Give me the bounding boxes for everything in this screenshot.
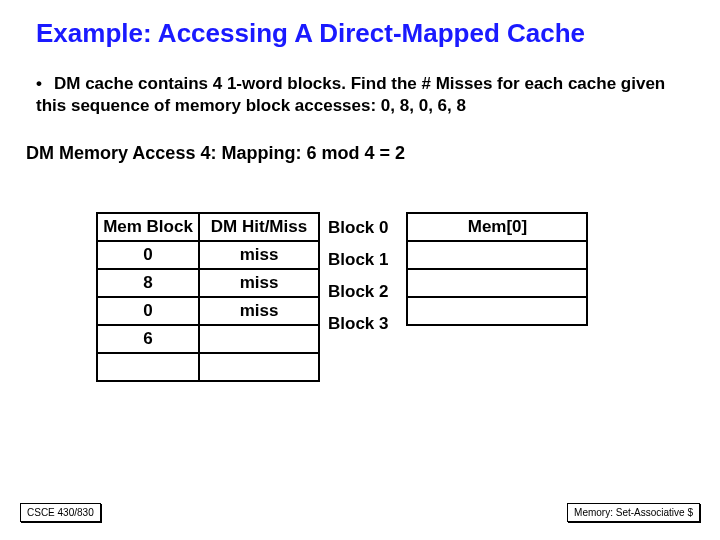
cell: miss: [199, 297, 319, 325]
cell: miss: [199, 241, 319, 269]
cell: 8: [97, 269, 199, 297]
access-table: Mem Block DM Hit/Miss 0 miss 8 miss 0 mi…: [96, 212, 320, 382]
footer: CSCE 430/830 Memory: Set-Associative $: [0, 503, 720, 522]
cell: 0: [97, 241, 199, 269]
col-header-hitmiss: DM Hit/Miss: [199, 213, 319, 241]
footer-right: Memory: Set-Associative $: [567, 503, 700, 522]
bullet-line: •DM cache contains 4 1-word blocks. Find…: [0, 49, 720, 117]
cell: 6: [97, 325, 199, 353]
tables-row: Mem Block DM Hit/Miss 0 miss 8 miss 0 mi…: [0, 164, 720, 382]
cell: [97, 353, 199, 381]
table-row: 6: [97, 325, 319, 353]
block-label: Block 3: [328, 308, 388, 340]
cell: [199, 325, 319, 353]
cache-table: Mem[0]: [406, 212, 588, 326]
block-label: Block 1: [328, 244, 388, 276]
mapping-line: DM Memory Access 4: Mapping: 6 mod 4 = 2: [0, 117, 720, 164]
cache-cell: [407, 241, 587, 269]
table-row: 8 miss: [97, 269, 319, 297]
cell: [199, 353, 319, 381]
cache-cell: Mem[0]: [407, 213, 587, 241]
col-header-memblock: Mem Block: [97, 213, 199, 241]
table-row: 0 miss: [97, 297, 319, 325]
cell: miss: [199, 269, 319, 297]
cell: 0: [97, 297, 199, 325]
table-row: [97, 353, 319, 381]
bullet-text: DM cache contains 4 1-word blocks. Find …: [36, 74, 665, 115]
cache-cell: [407, 297, 587, 325]
footer-left: CSCE 430/830: [20, 503, 101, 522]
block-label: Block 2: [328, 276, 388, 308]
block-label: Block 0: [328, 212, 388, 244]
slide-title: Example: Accessing A Direct-Mapped Cache: [0, 0, 720, 49]
table-row: 0 miss: [97, 241, 319, 269]
cache-cell: [407, 269, 587, 297]
block-labels: Block 0 Block 1 Block 2 Block 3: [328, 212, 388, 340]
bullet-marker: •: [36, 73, 54, 95]
